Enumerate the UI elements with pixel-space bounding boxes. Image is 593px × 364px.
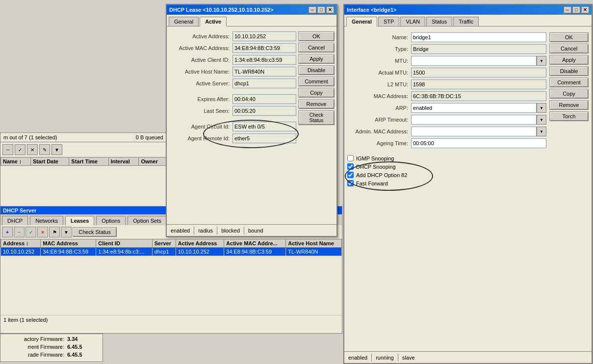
maximize-icon[interactable]: □: [317, 6, 325, 13]
dhcp-snooping-checkbox[interactable]: [347, 163, 354, 170]
current-fw-label: rrent Firmware:: [3, 344, 67, 350]
disable-button[interactable]: ✕: [37, 227, 48, 237]
tab-general[interactable]: General: [346, 17, 377, 26]
col-owner: Owner: [139, 157, 166, 166]
torch-button[interactable]: Torch: [549, 111, 589, 121]
agent-remote-id-input: [232, 133, 296, 143]
ageing-time-label: Ageing Time:: [347, 140, 411, 146]
cancel-button[interactable]: Cancel: [298, 43, 335, 52]
remove-button[interactable]: Remove: [549, 100, 589, 110]
tab-traffic[interactable]: Traffic: [453, 17, 479, 26]
cell-active-mac: 34:E8:94:8B:C3:59: [224, 248, 286, 256]
edit-icon[interactable]: ✎: [39, 144, 50, 155]
x-icon[interactable]: ✕: [27, 144, 38, 155]
dhcp-server-title: DHCP Server: [3, 208, 36, 213]
tab-leases[interactable]: Leases: [65, 216, 94, 226]
enable-button[interactable]: ✓: [26, 227, 36, 237]
tab-active[interactable]: Active: [200, 17, 227, 26]
th-active-host: Active Host Name: [286, 239, 342, 248]
admin-mac-label: Admin. MAC Address:: [347, 129, 411, 134]
copy-button[interactable]: Copy: [298, 88, 335, 98]
interface-title: Interface <bridge1>: [347, 7, 397, 13]
tab-options[interactable]: Options: [96, 216, 126, 225]
fast-forward-checkbox[interactable]: [347, 180, 354, 186]
expires-after-label: Expires After:: [169, 96, 232, 102]
tab-status[interactable]: Status: [426, 17, 452, 26]
active-address-input: [232, 31, 296, 41]
comment-button[interactable]: Comment: [298, 77, 335, 86]
admin-mac-dropdown[interactable]: ▼: [537, 127, 546, 136]
status-radius: radius: [194, 227, 217, 234]
mtu-dropdown[interactable]: ▼: [537, 56, 546, 66]
mac-address-label: MAC Address:: [347, 93, 411, 99]
dhcp-lease-statusbar: enabled radius blocked bound: [167, 224, 336, 236]
add-button[interactable]: +: [2, 227, 13, 237]
factory-fw-value: 3.34: [67, 336, 77, 342]
status-enabled: enabled: [167, 227, 194, 234]
minimize-icon[interactable]: ─: [564, 6, 571, 13]
apply-button[interactable]: Apply: [298, 54, 335, 64]
maximize-icon[interactable]: □: [572, 6, 580, 13]
arp-timeout-dropdown[interactable]: ▼: [537, 115, 546, 125]
remove-button[interactable]: −: [14, 227, 25, 237]
check-icon[interactable]: ✓: [15, 144, 26, 155]
current-fw-value: 6.45.5: [67, 344, 82, 350]
filter-button[interactable]: ▼: [61, 227, 72, 237]
agent-remote-id-label: Agent Remote Id:: [174, 135, 232, 141]
mtu-label: MTU:: [347, 58, 411, 64]
igmp-snooping-checkbox[interactable]: [347, 155, 354, 161]
tab-dhcp[interactable]: DHCP: [2, 216, 28, 225]
tab-general[interactable]: General: [169, 17, 199, 26]
check-status-button[interactable]: Check Status: [73, 227, 117, 237]
cancel-button[interactable]: Cancel: [549, 44, 589, 53]
expires-after-input: [232, 94, 296, 104]
grade-fw-value: 6.45.5: [67, 352, 82, 358]
mtu-input[interactable]: [411, 56, 537, 66]
tab-vlan[interactable]: VLAN: [400, 17, 425, 26]
ok-button[interactable]: OK: [549, 32, 589, 42]
copy-button[interactable]: Copy: [549, 89, 589, 99]
arp-dropdown[interactable]: ▼: [537, 103, 546, 113]
close-icon[interactable]: ✕: [581, 6, 589, 13]
flag-button[interactable]: ⚑: [49, 227, 60, 237]
admin-mac-input[interactable]: [411, 127, 537, 136]
remove-button[interactable]: Remove: [298, 99, 335, 109]
arp-input[interactable]: [411, 103, 537, 113]
queued-text: 0 B queued: [136, 134, 163, 140]
apply-button[interactable]: Apply: [549, 55, 589, 65]
cell-address: 10.10.10.252: [1, 248, 41, 256]
active-hostname-label: Active Host Name:: [169, 69, 232, 75]
iface-status-running: running: [372, 354, 398, 362]
ok-button[interactable]: OK: [298, 31, 335, 41]
col-interval: Interval: [108, 157, 139, 166]
tab-stp[interactable]: STP: [378, 17, 399, 26]
arp-timeout-input[interactable]: [411, 115, 537, 125]
disable-button[interactable]: Disable: [298, 65, 335, 75]
active-client-id-input: [232, 55, 296, 65]
active-server-input: [232, 78, 296, 88]
add-dhcp-option82-checkbox[interactable]: [347, 172, 354, 178]
comment-button[interactable]: Comment: [549, 78, 589, 87]
grade-fw-label: rade Firmware:: [3, 352, 67, 358]
last-seen-input: [232, 106, 296, 116]
disable-button[interactable]: Disable: [549, 66, 589, 76]
table-row[interactable]: 10.10.10.252 34:E8:94:8B:C3:59 1:34:e8:9…: [1, 248, 342, 256]
factory-fw-label: actory Firmware:: [3, 336, 67, 342]
check-status-button[interactable]: Check Status: [298, 110, 335, 125]
fast-forward-label: Fast Forward: [356, 181, 388, 186]
tab-option-sets[interactable]: Option Sets: [128, 216, 166, 225]
agent-circuit-id-label: Agent Circuit Id:: [174, 124, 232, 130]
minus-icon[interactable]: ─: [2, 144, 13, 155]
cell-server: dhcp1: [152, 248, 176, 256]
dhcp-lease-title: DHCP Lease <10.10.10.252,10.10.10.252>: [169, 7, 274, 13]
filter-icon[interactable]: ▼: [52, 144, 62, 155]
minimize-icon[interactable]: ─: [309, 6, 316, 13]
ageing-time-input[interactable]: [411, 138, 546, 148]
firmware-panel: actory Firmware: 3.34 rrent Firmware: 6.…: [0, 334, 103, 362]
close-icon[interactable]: ✕: [326, 6, 334, 13]
name-input[interactable]: [411, 32, 546, 42]
igmp-snooping-label: IGMP Snooping: [356, 156, 394, 161]
l2mtu-input: [411, 79, 546, 89]
status-bound: bound: [244, 227, 267, 234]
tab-networks[interactable]: Networks: [30, 216, 63, 225]
